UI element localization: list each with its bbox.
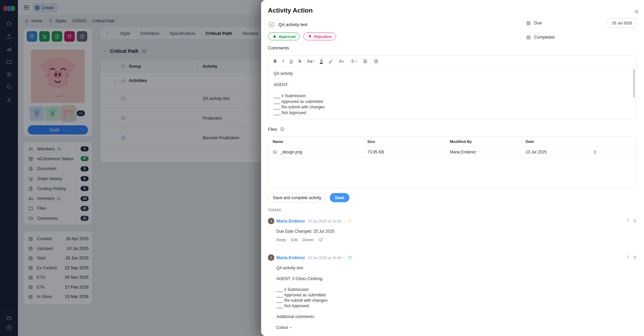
edit-button[interactable]: Edit (291, 238, 298, 242)
image-file-icon (273, 150, 277, 154)
file-name[interactable]: _design.png (280, 150, 302, 154)
comment-editor-content[interactable]: QA activity AGENT: ___ # Submission ___ … (268, 67, 636, 119)
save-button[interactable]: Save (330, 193, 349, 202)
outdent-icon[interactable] (363, 59, 368, 64)
due-date-row: Due (526, 19, 637, 27)
editor-toolbar: B I U S Aa▾ A A𝗑 ▾ (268, 56, 636, 67)
due-date-input[interactable] (607, 18, 637, 28)
comment-author-link[interactable]: Maria Enderez (276, 219, 305, 224)
delete-comment-icon[interactable] (632, 218, 637, 223)
activity-name-row: QA activity test (268, 21, 307, 28)
rejection-label: Rejection (314, 35, 332, 39)
delete-file-trash-icon[interactable] (593, 150, 597, 154)
completed-date-row: Completed (526, 33, 637, 42)
comment-timestamp: 10 Jul 2025 at 16:50 (308, 219, 342, 223)
files-section-header: Files (268, 127, 285, 132)
separator: | (344, 219, 345, 223)
save-and-complete-button[interactable]: Save and complete activity (268, 193, 326, 202)
file-modified-by: Maria Enderez (445, 150, 521, 154)
add-file-plus-icon[interactable] (280, 127, 285, 132)
thumbs-down-icon (308, 34, 312, 39)
clear-format-icon[interactable]: A𝗑 (339, 59, 344, 64)
comment-body: Due Date Changed: 25 Jul 2025 (276, 229, 637, 234)
comments-section-label: Comments (268, 45, 289, 50)
decision-buttons: Approval Rejection (268, 33, 336, 40)
column-header-modified-by: Modified By (445, 140, 521, 144)
avatar[interactable] (268, 218, 274, 224)
app-root: + Create Home › Styles › C00002 › Critic… (0, 0, 644, 336)
approval-label: Approval (279, 35, 296, 39)
files-header-row: Name Size Modified By Date (268, 136, 636, 147)
text-color-icon[interactable]: A (320, 59, 323, 64)
close-icon[interactable] (634, 9, 639, 14)
comment-item: Maria Enderez 10 Jul 2025 at 16:50 | Due… (268, 218, 637, 242)
underline-icon[interactable]: U (290, 59, 293, 64)
completed-label: Completed (534, 35, 554, 40)
indent-icon[interactable] (373, 59, 378, 64)
reply-button[interactable]: Reply (276, 238, 286, 242)
due-label: Due (534, 21, 542, 25)
check-circle-icon[interactable] (268, 21, 275, 28)
list-icon[interactable]: ▾ (350, 59, 357, 64)
delete-comment-icon[interactable] (632, 255, 637, 260)
pin-comment-icon[interactable] (626, 255, 630, 260)
timeline-day-label: TODAY (268, 208, 281, 212)
calendar-icon (526, 35, 531, 40)
comment-status-bubble-icon[interactable] (348, 219, 352, 224)
delete-button[interactable]: Delete (302, 238, 314, 242)
add-reaction-icon[interactable] (318, 237, 323, 242)
comment-item: Maria Enderez 10 Jul 2025 at 16:49 | QA … (268, 254, 637, 336)
separator: | (344, 256, 345, 260)
editor-scrollbar[interactable] (633, 69, 635, 98)
column-header-date: Date (521, 140, 588, 144)
bold-icon[interactable]: B (274, 59, 277, 64)
comment-editor[interactable]: B I U S Aa▾ A A𝗑 ▾ QA activity AGENT: __… (268, 55, 637, 119)
modal-footer-buttons: Save and complete activity Save (268, 193, 349, 202)
strikethrough-icon[interactable]: S (298, 59, 301, 64)
approval-button[interactable]: Approval (268, 33, 300, 40)
file-row[interactable]: _design.png 73.85 KB Maria Enderez 10 Ju… (268, 147, 636, 158)
pin-comment-icon[interactable] (626, 218, 630, 223)
comment-body: QA activity test AGENT: 3 Clicks Clothin… (276, 265, 637, 336)
italic-icon[interactable]: I (282, 59, 284, 64)
modal-meta-block: Due Completed (526, 19, 637, 47)
comment-author-link[interactable]: Maria Enderez (276, 255, 305, 260)
file-date: 10 Jul 2025 (521, 150, 588, 154)
comment-timestamp: 10 Jul 2025 at 16:49 (308, 256, 342, 260)
activity-name: QA activity test (278, 22, 307, 27)
column-header-name: Name (268, 140, 363, 144)
comment-status-bubble-icon[interactable] (348, 255, 352, 260)
highlight-pen-icon[interactable] (328, 59, 333, 64)
activity-action-modal: Activity Action QA activity test Approva… (261, 0, 644, 336)
column-header-size: Size (363, 140, 445, 144)
files-label: Files (268, 127, 277, 132)
rejection-button[interactable]: Rejection (303, 33, 336, 40)
calendar-icon (526, 21, 531, 26)
file-size: 73.85 KB (363, 150, 445, 154)
modal-title: Activity Action (268, 7, 313, 14)
font-size-icon[interactable]: Aa▾ (307, 59, 314, 64)
files-table: Name Size Modified By Date _design.png 7… (268, 136, 637, 188)
avatar[interactable] (268, 254, 274, 261)
thumbs-up-icon (272, 34, 277, 39)
